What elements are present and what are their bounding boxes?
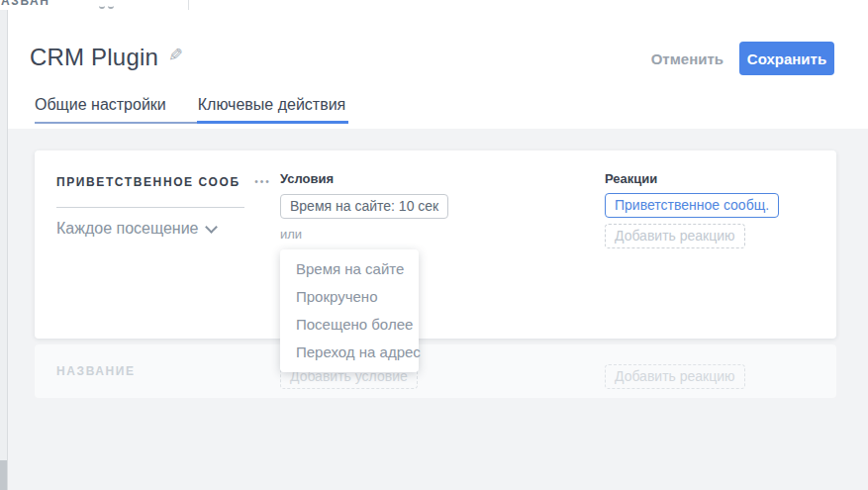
edit-title-icon[interactable]: ✎ [168, 47, 183, 64]
background-fragment-marks [99, 3, 114, 9]
frequency-value: Каждое посещение [56, 220, 199, 238]
condition-type-dropdown: Время на сайте Прокручено Посещено более… [280, 249, 419, 372]
condition-chip[interactable]: Время на сайте: 10 сек [280, 194, 448, 219]
dropdown-item-visited-more[interactable]: Посещено более [280, 311, 419, 339]
chevron-down-icon [205, 221, 218, 234]
action-name-row: ПРИВЕТСТВЕННОЕ СООБ ••• [56, 172, 271, 190]
reaction-chip[interactable]: Приветственное сообщ. [605, 193, 779, 218]
scrollbar-thumb[interactable] [0, 460, 7, 490]
dropdown-item-time-on-site[interactable]: Время на сайте [280, 255, 419, 283]
frequency-select[interactable]: Каждое посещение [56, 220, 216, 238]
or-label: или [280, 227, 302, 242]
page-title: CRM Plugin [30, 44, 158, 71]
save-button[interactable]: Сохранить [739, 42, 834, 75]
new-action-ghost-row: НАЗВАНИЕ Добавить условие Добавить реакц… [35, 344, 836, 398]
tab-bar: Общие настройки Ключевые действия [35, 96, 345, 124]
screen: АЗВАН CRM Plugin ✎ Отменить Сохранить Об… [0, 0, 868, 490]
background-left-strip [0, 10, 8, 490]
more-menu-icon[interactable]: ••• [254, 176, 271, 187]
ghost-add-reaction-button[interactable]: Добавить реакцию [605, 364, 745, 389]
reactions-header: Реакции [605, 171, 657, 186]
conditions-header: Условия [280, 171, 334, 186]
add-reaction-button[interactable]: Добавить реакцию [605, 224, 745, 248]
panel-header: CRM Plugin ✎ Отменить Сохранить Общие на… [8, 10, 868, 129]
tab-general-settings[interactable]: Общие настройки [35, 96, 166, 122]
dropdown-item-scrolled[interactable]: Прокручено [280, 283, 419, 311]
background-column-divider [188, 0, 189, 10]
settings-panel: CRM Plugin ✎ Отменить Сохранить Общие на… [8, 10, 868, 490]
action-card: ПРИВЕТСТВЕННОЕ СООБ ••• Каждое посещение… [35, 150, 836, 339]
header-actions: Отменить Сохранить [651, 42, 834, 75]
ghost-name-label: НАЗВАНИЕ [56, 364, 136, 378]
name-underline [56, 207, 244, 208]
cancel-button[interactable]: Отменить [651, 50, 723, 67]
tab-key-actions[interactable]: Ключевые действия [198, 96, 345, 122]
background-column-header: АЗВАН [1, 0, 50, 8]
action-name: ПРИВЕТСТВЕННОЕ СООБ [56, 175, 241, 189]
content-area: ПРИВЕТСТВЕННОЕ СООБ ••• Каждое посещение… [8, 129, 868, 490]
dropdown-item-goto-address[interactable]: Переход на адрес [280, 339, 419, 366]
